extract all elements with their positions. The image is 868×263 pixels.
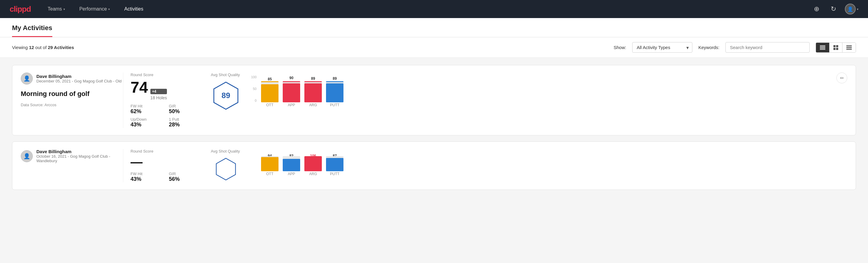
stat-grid: FW Hit 62% GIR 50% Up/Down 43% 1 Putt 28… <box>130 104 201 128</box>
pencil-icon: ✏ <box>840 75 844 81</box>
bar-ott-2: 94 OTT <box>259 153 281 177</box>
refresh-button[interactable]: ↻ <box>828 4 839 14</box>
hexagon-chart: 89 <box>211 81 241 111</box>
card-quality: Avg Shot Quality 89 100 50 0 <box>201 72 836 111</box>
user-avatar-icon: 👤 <box>24 75 30 82</box>
nav-performance[interactable]: Performance ▾ <box>77 0 113 18</box>
grid-icon <box>833 45 838 50</box>
bar-putt-label-2: PUTT <box>330 172 339 176</box>
bar-app-label: APP <box>288 103 295 107</box>
bar-app-2: 82 APP <box>281 153 302 177</box>
updown-stat: Up/Down 43% <box>130 117 163 128</box>
y-label-50: 50 <box>253 87 256 91</box>
activity-card-2: 👤 Dave Billingham October 16, 2021 - Gog… <box>12 141 856 190</box>
bar-putt-2: 87 PUTT <box>324 153 346 177</box>
card-stats-2: Round Score — FW Hit 43% GIR 56% <box>123 149 201 182</box>
fw-hit-stat-2: FW Hit 43% <box>130 172 163 182</box>
avatar-icon: 👤 <box>847 6 853 12</box>
user-info: Dave Billingham December 05, 2021 - Gog … <box>36 74 122 83</box>
score-badge: +4 <box>150 89 167 94</box>
card-left: 👤 Dave Billingham December 05, 2021 - Go… <box>21 72 123 107</box>
bar-ott: 85 OTT <box>259 75 281 108</box>
gir-value: 50% <box>169 108 202 115</box>
bar-arg-label: ARG <box>309 103 317 107</box>
avg-shot-quality-label: Avg Shot Quality <box>211 72 241 77</box>
bar-arg: 89 ARG <box>302 75 324 108</box>
user-avatar-icon-2: 👤 <box>24 153 30 159</box>
bar-putt-label: PUTT <box>330 103 339 107</box>
svg-rect-3 <box>820 49 825 50</box>
user-info-2: Dave Billingham October 16, 2021 - Gog M… <box>36 149 123 163</box>
bar-ott-label: OTT <box>266 103 273 107</box>
activity-type-select[interactable]: All Activity Types <box>632 42 692 53</box>
score-holes: 18 Holes <box>150 95 167 100</box>
list-view-button[interactable] <box>842 43 856 52</box>
round-score-label: Round Score <box>130 72 201 77</box>
gir-stat-2: GIR 56% <box>169 172 202 182</box>
list-dense-view-button[interactable] <box>816 43 830 52</box>
list-icon <box>846 46 852 50</box>
fw-hit-label-2: FW Hit <box>130 172 163 176</box>
fw-hit-value-2: 43% <box>130 176 163 182</box>
viewing-suffix: Activities <box>53 45 74 50</box>
avatar-2: 👤 <box>21 150 33 162</box>
oneputt-stat: 1 Putt 28% <box>169 117 202 128</box>
svg-rect-5 <box>836 45 838 47</box>
hexagon-chart-2 <box>211 157 241 181</box>
keyword-input[interactable] <box>725 42 810 53</box>
avg-shot-quality-label-2: Avg Shot Quality <box>211 149 241 153</box>
updown-value: 43% <box>130 122 163 128</box>
activity-type-select-wrapper[interactable]: All Activity Types <box>632 42 692 53</box>
oneputt-label: 1 Putt <box>169 117 202 122</box>
grid-view-button[interactable] <box>830 43 842 52</box>
svg-rect-6 <box>833 48 836 50</box>
user-name: Dave Billingham <box>36 74 122 79</box>
list-dense-icon <box>820 46 825 50</box>
bar-chart-container-2: 94 OTT 82 APP 106 <box>249 153 346 177</box>
bar-app: 90 APP <box>281 75 302 108</box>
avatar: 👤 <box>845 4 856 14</box>
gir-stat: GIR 50% <box>169 104 202 115</box>
quality-section-2: Avg Shot Quality <box>211 149 241 181</box>
y-label-0: 0 <box>255 99 256 102</box>
show-label: Show: <box>614 45 626 50</box>
svg-rect-0 <box>820 46 825 46</box>
svg-rect-9 <box>846 47 852 48</box>
updown-label: Up/Down <box>130 117 163 122</box>
oneputt-value: 28% <box>169 122 202 128</box>
hex-score: 89 <box>222 91 230 100</box>
user-name-2: Dave Billingham <box>36 149 123 154</box>
card-left-2: 👤 Dave Billingham October 16, 2021 - Gog… <box>21 149 123 166</box>
fw-hit-value: 62% <box>130 108 163 115</box>
bar-app-label-2: APP <box>288 172 295 176</box>
view-toggle <box>816 42 856 53</box>
svg-rect-7 <box>836 48 838 50</box>
score-value: 74 <box>130 80 148 95</box>
performance-chevron-icon: ▾ <box>108 7 110 11</box>
user-menu-button[interactable]: 👤 ▾ <box>845 4 858 14</box>
viewing-count: 12 <box>29 45 34 50</box>
add-button[interactable]: ⊕ <box>811 4 822 14</box>
nav-activities[interactable]: Activities <box>122 0 146 18</box>
avatar: 👤 <box>21 72 33 85</box>
bar-ott-label-2: OTT <box>266 172 273 176</box>
svg-rect-1 <box>820 47 825 47</box>
fw-hit-label: FW Hit <box>130 104 163 108</box>
nav-teams[interactable]: Teams ▾ <box>45 0 67 18</box>
logo[interactable]: clippd <box>10 4 31 14</box>
fw-hit-stat: FW Hit 62% <box>130 104 163 115</box>
bar-putt-value: 89 <box>333 77 337 81</box>
bar-app-value: 90 <box>289 76 293 80</box>
svg-rect-10 <box>846 49 852 50</box>
user-date: December 05, 2021 - Gog Magog Golf Club … <box>36 79 122 83</box>
svg-marker-12 <box>216 158 236 180</box>
user-date-2: October 16, 2021 - Gog Magog Golf Club -… <box>36 154 123 163</box>
user-row-2: 👤 Dave Billingham October 16, 2021 - Gog… <box>21 149 123 163</box>
activity-title: Morning round of golf <box>21 90 123 98</box>
activity-card: 👤 Dave Billingham December 05, 2021 - Go… <box>12 65 856 136</box>
card-stats: Round Score 74 +4 18 Holes FW Hit 62% GI… <box>123 72 201 128</box>
score-row: 74 +4 18 Holes <box>130 80 201 100</box>
edit-button[interactable]: ✏ <box>836 72 847 83</box>
svg-rect-4 <box>833 45 836 47</box>
viewing-total: 29 <box>48 45 53 50</box>
